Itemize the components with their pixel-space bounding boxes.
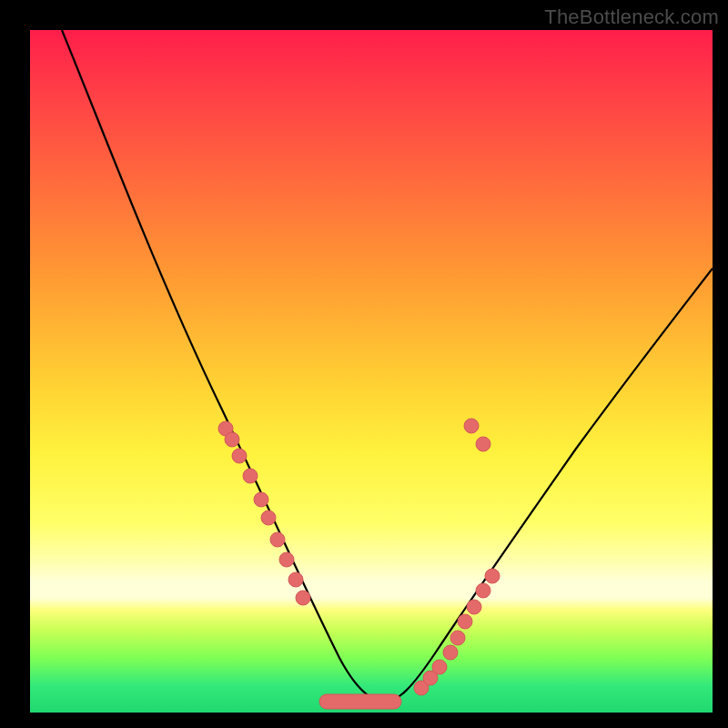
data-dot [476,583,490,598]
trough-dot-band [319,694,401,709]
bottleneck-curve [62,30,713,702]
curve-svg [30,30,713,713]
data-dot [243,469,258,483]
data-dot [279,552,294,567]
outer-frame: TheBottleneck.com [0,0,728,728]
data-dot [464,419,479,433]
plot-area [30,30,713,713]
data-dot [270,532,285,547]
data-dot [458,614,472,629]
data-dot [288,572,303,587]
data-dot [296,591,310,605]
data-dot [485,569,500,583]
data-dot [261,511,276,525]
data-dot [254,492,268,507]
data-dot [443,645,458,660]
watermark-text: TheBottleneck.com [544,5,719,29]
data-dot [467,600,481,614]
data-dot [232,449,247,463]
data-dot [225,432,239,447]
data-dot [432,660,447,674]
data-dot [476,437,490,451]
data-dot [450,631,465,645]
